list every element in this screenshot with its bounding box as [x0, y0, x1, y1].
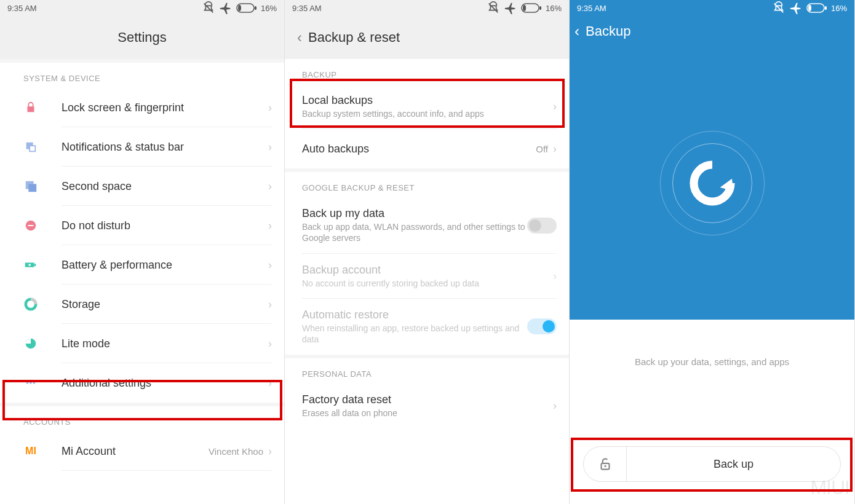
label: Factory data reset	[302, 393, 553, 406]
airplane-icon	[504, 1, 517, 15]
chevron-right-icon: ›	[268, 337, 272, 350]
row-second-space[interactable]: Second space ›	[0, 167, 284, 206]
backup-screen: 9:35 AM 16% ‹ Backup Back up your data, …	[570, 0, 855, 504]
row-storage[interactable]: Storage ›	[0, 285, 284, 324]
label: Backup account	[302, 264, 553, 277]
svg-rect-22	[825, 6, 827, 10]
battery-percent: 16%	[546, 4, 562, 13]
silent-icon	[772, 1, 785, 15]
row-auto-backups[interactable]: Auto backups Off ›	[285, 129, 569, 168]
status-bar: 9:35 AM 16%	[0, 0, 284, 16]
mi-icon: MI	[23, 444, 38, 459]
page-title: Settings	[117, 30, 167, 45]
section-personal-data: PERSONAL DATA	[285, 358, 569, 384]
battery-icon	[806, 3, 827, 13]
backup-button[interactable]: Back up	[627, 458, 840, 471]
silent-icon	[487, 1, 500, 15]
row-local-backups[interactable]: Local backups Backup system settings, ac…	[285, 84, 569, 129]
status-time: 9:35 AM	[7, 4, 37, 13]
section-system-device: SYSTEM & DEVICE	[0, 63, 284, 88]
page-title: Backup & reset	[308, 30, 400, 45]
label: Storage	[62, 298, 268, 311]
row-backup-account[interactable]: Backup account No account is currently s…	[285, 254, 569, 299]
section-google: GOOGLE BACKUP & RESET	[285, 172, 569, 197]
backup-visual	[570, 47, 854, 320]
label: Auto backups	[302, 143, 536, 156]
status-icons: 16%	[487, 1, 562, 15]
backup-reset-screen: 9:35 AM 16% ‹ Backup & reset BACKUP Loca…	[285, 0, 570, 504]
back-button[interactable]: ‹	[575, 23, 579, 40]
svg-rect-19	[539, 6, 541, 10]
label: Automatic restore	[302, 309, 527, 321]
battery-icon	[521, 3, 542, 13]
back-button[interactable]: ‹	[297, 29, 302, 46]
backup-caption: Back up your data, settings, and apps	[570, 356, 854, 367]
svg-point-12	[28, 264, 31, 266]
svg-point-16	[30, 382, 32, 384]
row-factory-reset[interactable]: Factory data reset Erases all data on ph…	[285, 384, 569, 428]
silent-icon	[202, 1, 215, 15]
label: Local backups	[302, 94, 553, 107]
status-icons: 16%	[772, 1, 847, 15]
auto-value: Off	[536, 144, 548, 154]
chevron-right-icon: ›	[268, 141, 272, 154]
label: Notifications & status bar	[62, 141, 268, 154]
airplane-icon	[219, 1, 233, 15]
sub: No account is currently storing backed u…	[302, 278, 553, 289]
label: Mi Account	[62, 445, 209, 458]
label: Lock screen & fingerprint	[62, 101, 268, 114]
lite-mode-icon	[23, 336, 38, 351]
status-time: 9:35 AM	[577, 4, 606, 13]
battery-percent: 16%	[831, 4, 847, 13]
chevron-right-icon: ›	[268, 259, 272, 272]
header: ‹ Backup & reset	[285, 16, 569, 59]
status-bar: 9:35 AM 16%	[570, 0, 854, 16]
row-mi-account[interactable]: MI Mi Account Vincent Khoo ›	[0, 431, 284, 471]
chevron-right-icon: ›	[268, 219, 272, 232]
more-icon	[23, 376, 38, 390]
row-battery[interactable]: Battery & performance ›	[0, 245, 284, 285]
chevron-right-icon: ›	[268, 101, 272, 114]
row-notifications[interactable]: Notifications & status bar ›	[0, 127, 284, 167]
svg-point-15	[26, 382, 29, 384]
chevron-right-icon: ›	[553, 100, 557, 113]
svg-point-17	[33, 382, 36, 384]
svg-rect-1	[255, 6, 256, 10]
status-bar: 9:35 AM 16%	[285, 0, 569, 16]
battery-icon	[236, 3, 257, 13]
toggle-auto-restore[interactable]	[527, 318, 557, 334]
label: Battery & performance	[62, 259, 268, 272]
chevron-right-icon: ›	[268, 445, 272, 458]
airplane-icon	[789, 1, 803, 15]
chevron-right-icon: ›	[553, 143, 557, 156]
storage-icon	[23, 297, 38, 312]
label: Do not disturb	[62, 219, 268, 232]
row-backup-my-data[interactable]: Back up my data Back up app data, WLAN p…	[285, 197, 569, 253]
svg-rect-11	[34, 264, 36, 266]
row-dnd[interactable]: Do not disturb ›	[0, 206, 284, 245]
status-icons: 16%	[202, 1, 277, 15]
battery-perf-icon	[23, 258, 38, 272]
chevron-right-icon: ›	[553, 400, 557, 412]
row-lock-screen[interactable]: Lock screen & fingerprint ›	[0, 88, 284, 127]
row-additional-settings[interactable]: Additional settings ›	[0, 363, 284, 403]
miui-watermark: MIUI	[810, 476, 849, 499]
encryption-toggle[interactable]	[584, 447, 627, 481]
section-backup: BACKUP	[285, 59, 569, 84]
section-accounts: ACCOUNTS	[0, 406, 284, 431]
row-automatic-restore[interactable]: Automatic restore When reinstalling an a…	[285, 299, 569, 355]
battery-percent: 16%	[261, 4, 277, 13]
chevron-right-icon: ›	[268, 180, 272, 193]
sub: Backup system settings, account info, an…	[302, 108, 553, 119]
row-lite-mode[interactable]: Lite mode ›	[0, 324, 284, 363]
settings-screen: 9:35 AM 16% Settings SYSTEM & DEVICE Loc…	[0, 0, 285, 504]
header: ‹ Backup	[570, 16, 854, 47]
account-value: Vincent Khoo	[209, 446, 263, 457]
svg-rect-3	[28, 106, 34, 112]
svg-point-25	[604, 465, 606, 467]
svg-rect-7	[28, 184, 36, 192]
backup-button-bar: Back up	[583, 446, 841, 482]
svg-rect-9	[28, 225, 33, 226]
toggle-backup-data[interactable]	[527, 218, 557, 234]
svg-rect-23	[808, 5, 811, 11]
